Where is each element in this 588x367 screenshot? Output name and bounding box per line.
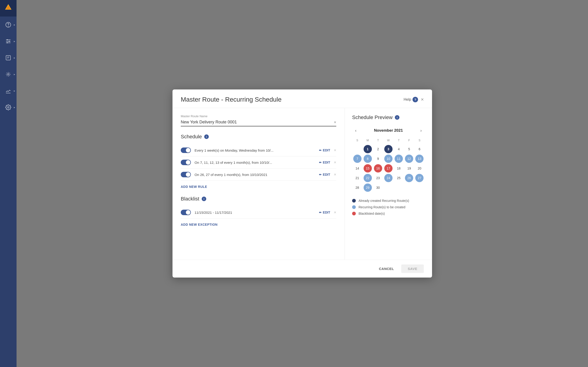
cancel-button[interactable]: CANCEL	[375, 265, 398, 273]
calendar-cell[interactable]	[394, 183, 404, 192]
add-new-rule-button[interactable]: ADD NEW RULE	[181, 185, 207, 189]
calendar-day[interactable]: 5	[405, 145, 413, 153]
route-name-input[interactable]	[181, 120, 334, 125]
calendar-cell[interactable]: 21	[352, 173, 363, 183]
calendar-cell[interactable]: 12	[404, 154, 414, 164]
help-button[interactable]: Help ?	[404, 97, 418, 102]
calendar-cell[interactable]: 4	[394, 144, 404, 154]
calendar-cell[interactable]: 19	[404, 164, 414, 173]
schedule-rule-edit-btn-2[interactable]: ✏ EDIT	[319, 161, 330, 164]
schedule-rule-toggle-3[interactable]	[181, 172, 191, 177]
schedule-rule-remove-btn-2[interactable]: ×	[334, 160, 336, 165]
calendar-cell[interactable]: 10	[383, 154, 393, 164]
calendar-day[interactable]: 17	[384, 164, 393, 173]
sidebar-item-analytics[interactable]: ▶	[0, 83, 17, 99]
schedule-info-icon[interactable]: i	[204, 134, 209, 139]
save-button[interactable]: SAVE	[401, 265, 424, 273]
calendar-day[interactable]: 19	[405, 164, 413, 173]
calendar-day[interactable]: 23	[374, 174, 382, 182]
calendar-cell[interactable]: 22	[363, 173, 373, 183]
sidebar-logo[interactable]	[0, 0, 17, 17]
calendar-day[interactable]: 29	[363, 184, 372, 192]
blacklist-info-icon[interactable]: i	[202, 197, 206, 201]
route-name-clear-button[interactable]: ×	[334, 120, 336, 124]
calendar-cell[interactable]: 2	[373, 144, 383, 154]
calendar-cell[interactable]	[404, 183, 414, 192]
sidebar-item-help[interactable]: ▶	[0, 17, 17, 33]
calendar-day[interactable]: 28	[353, 184, 362, 192]
calendar-day[interactable]: 8	[363, 155, 372, 163]
sidebar-item-orders[interactable]: ▶	[0, 50, 17, 66]
legend-dot-red	[352, 212, 356, 215]
calendar-day[interactable]: 16	[374, 164, 382, 173]
preview-info-icon[interactable]: i	[395, 115, 399, 120]
calendar-cell[interactable]: 16	[373, 164, 383, 173]
calendar-day[interactable]: 6	[415, 145, 424, 153]
calendar-day[interactable]: 14	[353, 164, 362, 173]
blacklist-rule-remove-btn-1[interactable]: ×	[334, 210, 336, 215]
schedule-rule-toggle-2[interactable]	[181, 160, 191, 165]
sidebar-item-settings[interactable]: ▶	[0, 99, 17, 116]
calendar-day[interactable]: 25	[395, 174, 403, 182]
calendar-day[interactable]: 1	[363, 145, 372, 153]
schedule-rule-toggle-1[interactable]	[181, 148, 191, 153]
sidebar-item-dispatching[interactable]: ▶	[0, 66, 17, 83]
sidebar-item-routes[interactable]: ▶	[0, 33, 17, 50]
blacklist-rule-toggle-1[interactable]	[181, 210, 191, 215]
calendar-cell[interactable]: 15	[363, 164, 373, 173]
calendar-cell[interactable]	[383, 183, 393, 192]
calendar-day[interactable]: 7	[353, 155, 362, 163]
calendar-day[interactable]: 12	[405, 155, 413, 163]
calendar-day[interactable]: 30	[374, 184, 382, 192]
calendar-cell[interactable]: 14	[352, 164, 363, 173]
calendar-cell[interactable]: 25	[394, 173, 404, 183]
calendar-day[interactable]: 18	[395, 164, 403, 173]
calendar-cell[interactable]: 3	[383, 144, 393, 154]
calendar-day[interactable]: 24	[384, 174, 393, 182]
calendar-day[interactable]: 20	[415, 164, 424, 173]
calendar-day[interactable]: 9	[374, 155, 382, 163]
calendar-cell[interactable]: 23	[373, 173, 383, 183]
calendar-day[interactable]: 4	[395, 145, 403, 153]
calendar-cell[interactable]: 28	[352, 183, 363, 192]
calendar-day[interactable]: 15	[363, 164, 372, 173]
calendar-day[interactable]: 26	[405, 174, 413, 182]
calendar-day[interactable]: 11	[395, 155, 403, 163]
calendar-cell[interactable]: 20	[414, 164, 425, 173]
calendar-cell[interactable]	[352, 144, 363, 154]
calendar-cell[interactable]: 26	[404, 173, 414, 183]
calendar-cell[interactable]: 6	[414, 144, 425, 154]
calendar-cell[interactable]	[414, 183, 425, 192]
calendar-day[interactable]: 13	[415, 155, 424, 163]
add-new-exception-button[interactable]: ADD NEW EXCEPTION	[181, 223, 217, 226]
schedule-rule-remove-btn-3[interactable]: ×	[334, 173, 336, 177]
calendar-cell[interactable]: 24	[383, 173, 393, 183]
calendar-day[interactable]: 3	[384, 145, 393, 153]
calendar-cell[interactable]: 18	[394, 164, 404, 173]
legend-dot-dark	[352, 199, 356, 202]
calendar-cell[interactable]: 27	[414, 173, 425, 183]
close-button[interactable]: ×	[421, 97, 424, 102]
calendar-day[interactable]: 22	[363, 174, 372, 182]
schedule-rule-edit-btn-1[interactable]: ✏ EDIT	[319, 148, 330, 152]
calendar-next-button[interactable]: ›	[417, 127, 425, 134]
calendar-cell[interactable]: 8	[363, 154, 373, 164]
calendar-cell[interactable]: 5	[404, 144, 414, 154]
calendar-day[interactable]: 2	[374, 145, 382, 153]
preview-header: Schedule Preview i	[352, 115, 425, 120]
calendar-cell[interactable]: 30	[373, 183, 383, 192]
calendar-day[interactable]: 10	[384, 155, 393, 163]
calendar-cell[interactable]: 7	[352, 154, 363, 164]
calendar-cell[interactable]: 13	[414, 154, 425, 164]
calendar-prev-button[interactable]: ‹	[352, 127, 359, 134]
calendar-cell[interactable]: 11	[394, 154, 404, 164]
calendar-day[interactable]: 21	[353, 174, 362, 182]
calendar-cell[interactable]: 29	[363, 183, 373, 192]
schedule-rule-remove-btn-1[interactable]: ×	[334, 148, 336, 152]
calendar-day[interactable]: 27	[415, 174, 424, 182]
blacklist-rule-edit-btn-1[interactable]: ✏ EDIT	[319, 211, 330, 214]
calendar-cell[interactable]: 9	[373, 154, 383, 164]
calendar-cell[interactable]: 1	[363, 144, 373, 154]
calendar-cell[interactable]: 17	[383, 164, 393, 173]
schedule-rule-edit-btn-3[interactable]: ✏ EDIT	[319, 173, 330, 176]
